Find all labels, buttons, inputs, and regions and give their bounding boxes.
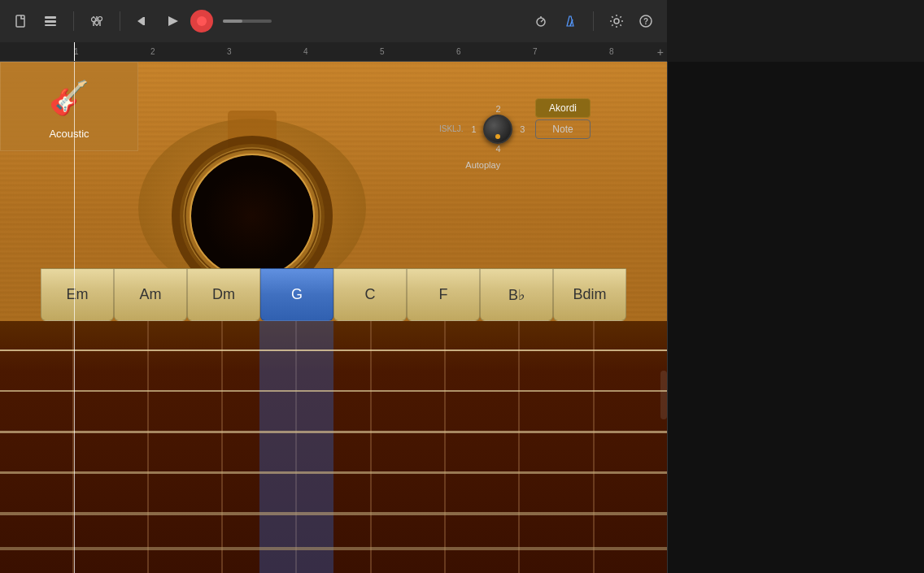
toolbar-divider-1	[73, 11, 74, 31]
ruler-mark-8: 8	[609, 47, 614, 56]
main-area: 🎸 Acoustic	[0, 62, 924, 573]
volume-slider[interactable]	[223, 20, 272, 23]
ruler-mark-6: 6	[456, 47, 461, 56]
record-icon	[197, 16, 207, 26]
svg-rect-1	[45, 16, 56, 19]
svg-text:?: ?	[643, 17, 648, 26]
volume-fill	[223, 20, 242, 23]
chord-bdim[interactable]: Bdim	[553, 268, 626, 321]
chord-row: Em Am Dm G C F B♭ Bdim	[0, 268, 667, 321]
pos-4-label: 4	[495, 144, 500, 154]
playhead-ruler	[74, 42, 75, 61]
svg-rect-0	[16, 15, 24, 27]
svg-point-18	[614, 19, 619, 24]
autoplay-row: ISKLJ. 2 1 3 4	[439, 102, 526, 155]
fret-7	[446, 321, 520, 573]
chord-g[interactable]: G	[260, 268, 333, 321]
new-file-button[interactable]	[10, 10, 33, 33]
string-1[interactable]	[0, 349, 667, 351]
play-button[interactable]	[161, 10, 184, 33]
toolbar: ?	[0, 0, 667, 42]
chord-c[interactable]: C	[333, 268, 407, 321]
guitar-panel: 🎸 Acoustic	[0, 62, 667, 573]
fret-8	[520, 321, 594, 573]
autoplay-control: ISKLJ. 2 1 3 4 Autoplay	[439, 102, 526, 170]
svg-marker-12	[168, 16, 178, 26]
tuner-button[interactable]	[530, 10, 552, 33]
rewind-button[interactable]	[132, 10, 155, 33]
svg-point-8	[95, 21, 99, 25]
ruler-mark-7: 7	[533, 47, 538, 56]
fret-9	[595, 321, 667, 573]
svg-marker-10	[137, 17, 143, 25]
right-sidebar	[667, 62, 924, 573]
toolbar-divider-3	[593, 11, 594, 31]
chord-bb[interactable]: B♭	[480, 268, 553, 321]
ruler-mark-5: 5	[380, 47, 385, 56]
knob-indicator	[495, 134, 500, 139]
fret-background	[0, 321, 667, 573]
mode-buttons: Akordi Note	[535, 98, 591, 139]
fret-3	[149, 321, 223, 573]
chord-am[interactable]: Am	[114, 268, 187, 321]
instrument-panel[interactable]: 🎸 Acoustic	[0, 62, 138, 151]
chord-em[interactable]: Em	[41, 268, 114, 321]
svg-line-15	[541, 20, 543, 22]
svg-point-9	[98, 17, 102, 21]
autoplay-knob[interactable]	[483, 115, 512, 144]
record-button[interactable]	[190, 10, 213, 33]
pos-1-label: 1	[471, 124, 476, 134]
acoustic-guitar-icon: 🎸	[45, 74, 94, 123]
ruler-add-button[interactable]: +	[657, 46, 664, 59]
svg-point-7	[92, 18, 96, 22]
string-6[interactable]	[0, 547, 667, 550]
ruler: 1 2 3 4 5 6 7 8 +	[0, 42, 667, 62]
instrument-label: Acoustic	[49, 128, 89, 140]
chord-f[interactable]: F	[407, 268, 480, 321]
fret-2	[74, 321, 148, 573]
metronome-button[interactable]	[559, 10, 582, 33]
fret-1	[0, 321, 74, 573]
string-2[interactable]	[0, 390, 667, 392]
ruler-mark-3: 3	[227, 47, 232, 56]
strings-area	[0, 321, 667, 573]
tracks-view-button[interactable]	[39, 10, 62, 33]
fret-6	[372, 321, 446, 573]
svg-point-24	[191, 155, 313, 277]
svg-rect-11	[143, 17, 145, 25]
ruler-mark-4: 4	[303, 47, 308, 56]
chord-highlight	[259, 321, 333, 573]
playhead-line	[74, 62, 75, 573]
settings-button[interactable]	[605, 10, 628, 33]
string-3[interactable]	[0, 431, 667, 433]
help-button[interactable]: ?	[634, 10, 657, 33]
resize-handle-vertical[interactable]	[660, 371, 667, 419]
mixer-button[interactable]	[85, 10, 108, 33]
string-5[interactable]	[0, 512, 667, 515]
akordi-button[interactable]: Akordi	[535, 98, 591, 118]
ruler-mark-2: 2	[150, 47, 155, 56]
string-4[interactable]	[0, 471, 667, 474]
toolbar-divider-2	[120, 11, 120, 31]
chord-dm[interactable]: Dm	[187, 268, 260, 321]
autoplay-label: Autoplay	[465, 160, 500, 170]
svg-rect-2	[45, 20, 56, 23]
off-label: ISKLJ.	[439, 124, 463, 133]
pos-2-label: 2	[495, 104, 500, 114]
pos-3-label: 3	[520, 124, 525, 134]
note-button[interactable]: Note	[535, 119, 591, 139]
svg-rect-3	[45, 24, 56, 26]
